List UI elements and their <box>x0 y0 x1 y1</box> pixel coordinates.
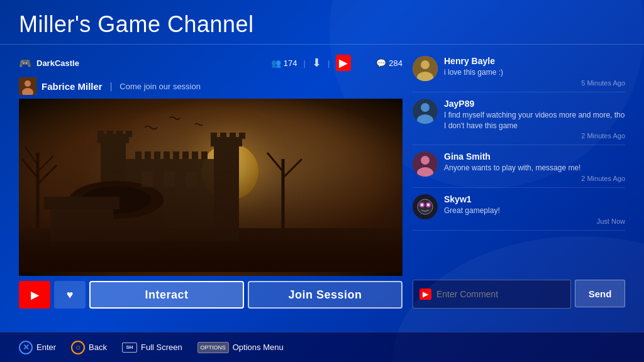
comment-text: Anyone wants to play with, message me! <box>444 163 625 173</box>
header: Miller's Game Channel <box>0 0 644 45</box>
streamer-avatar <box>19 77 36 95</box>
commenter-name: JayP89 <box>444 99 625 109</box>
comment-item: Gina Smith Anyone wants to play with, me… <box>413 146 625 188</box>
comment-item: JayP89 I find myself watching your video… <box>413 94 625 146</box>
send-button[interactable]: Send <box>575 280 625 307</box>
enter-label: Enter <box>36 343 56 352</box>
svg-point-47 <box>421 103 430 112</box>
youtube-play-icon: ▶ <box>31 289 38 301</box>
avatar <box>413 194 438 219</box>
comment-text: i love this game :) <box>444 67 625 78</box>
stream-description: Come join our session <box>119 82 201 91</box>
controller-icon: 🎮 <box>19 57 31 69</box>
download-icon: ⬇ <box>312 56 321 70</box>
comment-time: 5 Minutes Ago <box>444 79 625 87</box>
options-control: OPTIONS Options Menu <box>197 342 284 353</box>
avatar <box>413 56 438 81</box>
main-content: 🎮 DarkCastle 👥 174 | ⬇ | ▶ 💬 284 <box>0 45 644 315</box>
circle-button-icon: ○ <box>71 341 85 354</box>
enter-control: ✕ Enter <box>19 341 56 354</box>
follower-icon: 👥 <box>271 58 281 68</box>
page-title: Miller's Game Channel <box>19 11 625 38</box>
avatar <box>413 99 438 124</box>
commenter-name: Gina Smith <box>444 151 625 162</box>
svg-point-44 <box>421 60 430 69</box>
comments-list: Henry Bayle i love this game :) 5 Minute… <box>413 51 625 275</box>
comment-text: Great gameplay! <box>444 206 625 216</box>
youtube-button[interactable]: ▶ <box>19 281 50 309</box>
comment-input[interactable] <box>436 280 564 308</box>
comment-time: Just Now <box>444 217 625 225</box>
left-panel: 🎮 DarkCastle 👥 174 | ⬇ | ▶ 💬 284 <box>19 51 402 309</box>
stream-info-bar: 🎮 DarkCastle 👥 174 | ⬇ | ▶ 💬 284 <box>19 51 402 75</box>
options-label: Options Menu <box>233 343 284 352</box>
stream-stats: 👥 174 | ⬇ | ▶ 💬 284 <box>271 55 402 71</box>
comment-icon: 💬 <box>376 58 386 68</box>
back-label: Back <box>89 343 107 352</box>
streamer-name: Fabrice Miller <box>42 81 103 92</box>
footer: ✕ Enter ○ Back SH Full Screen OPTIONS Op… <box>0 332 644 362</box>
options-button-icon: OPTIONS <box>197 342 229 353</box>
game-name: DarkCastle <box>36 58 79 68</box>
commenter-name: Skyw1 <box>444 194 625 204</box>
like-button[interactable]: ♥ <box>54 281 86 309</box>
svg-point-53 <box>418 199 433 214</box>
join-session-button[interactable]: Join Session <box>248 281 402 309</box>
comment-item: Henry Bayle i love this game :) 5 Minute… <box>413 51 625 92</box>
comment-count: 💬 284 <box>376 58 402 68</box>
commenter-name: Henry Bayle <box>444 56 625 66</box>
avatar <box>413 151 438 177</box>
youtube-comment-icon: ▶ <box>419 288 431 300</box>
right-panel: Henry Bayle i love this game :) 5 Minute… <box>413 51 625 309</box>
back-control: ○ Back <box>71 341 107 354</box>
comment-input-area: ▶ Send <box>413 275 625 309</box>
interact-button[interactable]: Interact <box>89 281 244 309</box>
streamer-bar: Fabrice Miller | Come join our session <box>19 75 402 99</box>
comment-time: 2 Minutes Ago <box>444 175 625 182</box>
comment-text: I find myself watching your videos more … <box>444 110 625 131</box>
fullscreen-control: SH Full Screen <box>122 343 182 353</box>
follower-count: 👥 174 <box>271 58 297 68</box>
x-button-icon: ✕ <box>19 341 33 354</box>
youtube-icon-header: ▶ <box>336 55 351 71</box>
share-button-icon: SH <box>122 343 137 353</box>
video-frame[interactable] <box>19 99 402 276</box>
action-bar: ▶ ♥ Interact Join Session <box>19 276 402 309</box>
comment-input-wrapper[interactable]: ▶ <box>413 280 571 309</box>
svg-point-56 <box>421 204 423 206</box>
svg-point-50 <box>421 156 430 165</box>
svg-point-57 <box>427 204 430 206</box>
castle-illustration <box>19 99 402 276</box>
svg-rect-42 <box>19 102 402 272</box>
comment-item: Skyw1 Great gameplay! Just Now <box>413 189 625 231</box>
fullscreen-label: Full Screen <box>141 343 182 352</box>
comment-time: 2 Minutes Ago <box>444 132 625 140</box>
svg-point-1 <box>25 80 31 87</box>
